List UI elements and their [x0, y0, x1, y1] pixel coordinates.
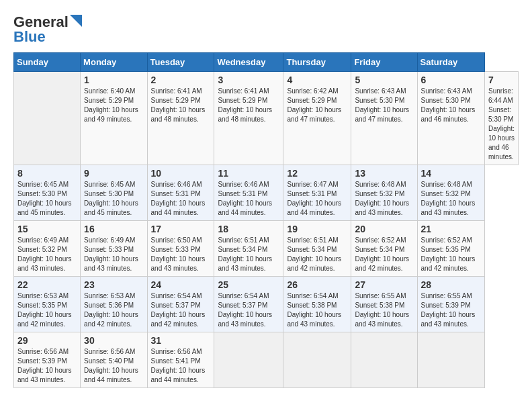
empty-cell — [214, 332, 283, 388]
day-cell-7: 7Sunrise: 6:44 AMSunset: 5:30 PMDaylight… — [485, 72, 519, 165]
week-row-0: 1Sunrise: 6:40 AMSunset: 5:29 PMDaylight… — [14, 72, 519, 165]
day-info: Sunrise: 6:48 AMSunset: 5:32 PMDaylight:… — [355, 180, 413, 218]
day-cell-11: 11Sunrise: 6:46 AMSunset: 5:31 PMDayligh… — [214, 165, 283, 221]
day-info: Sunrise: 6:51 AMSunset: 5:34 PMDaylight:… — [218, 236, 279, 273]
day-cell-31: 31Sunrise: 6:56 AMSunset: 5:41 PMDayligh… — [147, 332, 214, 388]
day-cell-4: 4Sunrise: 6:42 AMSunset: 5:29 PMDaylight… — [283, 72, 351, 165]
empty-cell — [283, 332, 351, 388]
day-cell-27: 27Sunrise: 6:55 AMSunset: 5:38 PMDayligh… — [351, 277, 417, 332]
day-info: Sunrise: 6:52 AMSunset: 5:34 PMDaylight:… — [355, 236, 413, 273]
day-info: Sunrise: 6:49 AMSunset: 5:33 PMDaylight:… — [84, 236, 143, 273]
day-number: 24 — [151, 279, 211, 290]
day-number: 25 — [218, 279, 279, 290]
day-info: Sunrise: 6:49 AMSunset: 5:32 PMDaylight:… — [17, 236, 77, 273]
day-info: Sunrise: 6:53 AMSunset: 5:35 PMDaylight:… — [17, 291, 77, 329]
day-info: Sunrise: 6:52 AMSunset: 5:35 PMDaylight:… — [421, 236, 481, 273]
day-info: Sunrise: 6:45 AMSunset: 5:30 PMDaylight:… — [17, 180, 77, 218]
day-number: 22 — [17, 279, 77, 290]
day-number: 9 — [84, 168, 143, 179]
day-cell-30: 30Sunrise: 6:56 AMSunset: 5:40 PMDayligh… — [81, 332, 147, 388]
week-row-2: 15Sunrise: 6:49 AMSunset: 5:32 PMDayligh… — [14, 221, 519, 277]
day-number: 2 — [151, 75, 211, 85]
day-cell-1: 1Sunrise: 6:40 AMSunset: 5:29 PMDaylight… — [81, 72, 147, 165]
day-info: Sunrise: 6:41 AMSunset: 5:29 PMDaylight:… — [151, 87, 211, 124]
day-number: 16 — [84, 224, 143, 234]
day-cell-3: 3Sunrise: 6:41 AMSunset: 5:29 PMDaylight… — [214, 72, 283, 165]
day-info: Sunrise: 6:45 AMSunset: 5:30 PMDaylight:… — [84, 180, 143, 218]
header-friday: Friday — [351, 53, 417, 72]
calendar-table: SundayMondayTuesdayWednesdayThursdayFrid… — [13, 52, 519, 388]
day-cell-29: 29Sunrise: 6:56 AMSunset: 5:39 PMDayligh… — [14, 332, 81, 388]
day-cell-22: 22Sunrise: 6:53 AMSunset: 5:35 PMDayligh… — [14, 277, 81, 332]
day-cell-13: 13Sunrise: 6:48 AMSunset: 5:32 PMDayligh… — [351, 165, 417, 221]
day-cell-16: 16Sunrise: 6:49 AMSunset: 5:33 PMDayligh… — [81, 221, 147, 277]
day-number: 28 — [421, 279, 481, 290]
day-info: Sunrise: 6:50 AMSunset: 5:33 PMDaylight:… — [151, 236, 211, 273]
header-wednesday: Wednesday — [214, 53, 283, 72]
day-number: 1 — [84, 75, 143, 85]
day-cell-15: 15Sunrise: 6:49 AMSunset: 5:32 PMDayligh… — [14, 221, 81, 277]
day-info: Sunrise: 6:46 AMSunset: 5:31 PMDaylight:… — [151, 180, 211, 218]
day-number: 7 — [488, 75, 515, 85]
day-info: Sunrise: 6:56 AMSunset: 5:39 PMDaylight:… — [17, 347, 77, 385]
logo-blue: Blue — [13, 28, 46, 46]
day-cell-12: 12Sunrise: 6:47 AMSunset: 5:31 PMDayligh… — [283, 165, 351, 221]
day-number: 13 — [355, 168, 413, 179]
day-cell-14: 14Sunrise: 6:48 AMSunset: 5:32 PMDayligh… — [417, 165, 484, 221]
week-row-1: 8Sunrise: 6:45 AMSunset: 5:30 PMDaylight… — [14, 165, 519, 221]
svg-marker-0 — [70, 15, 82, 27]
day-number: 15 — [17, 224, 77, 234]
day-info: Sunrise: 6:48 AMSunset: 5:32 PMDaylight:… — [421, 180, 481, 218]
header-thursday: Thursday — [283, 53, 351, 72]
day-cell-5: 5Sunrise: 6:43 AMSunset: 5:30 PMDaylight… — [351, 72, 417, 165]
logo: General Blue — [13, 13, 82, 46]
day-info: Sunrise: 6:54 AMSunset: 5:38 PMDaylight:… — [287, 291, 347, 329]
day-info: Sunrise: 6:42 AMSunset: 5:29 PMDaylight:… — [287, 87, 347, 124]
day-number: 26 — [287, 279, 347, 290]
day-cell-24: 24Sunrise: 6:54 AMSunset: 5:37 PMDayligh… — [147, 277, 214, 332]
day-cell-2: 2Sunrise: 6:41 AMSunset: 5:29 PMDaylight… — [147, 72, 214, 165]
day-info: Sunrise: 6:40 AMSunset: 5:29 PMDaylight:… — [84, 87, 143, 124]
day-number: 31 — [151, 335, 211, 346]
day-number: 14 — [421, 168, 481, 179]
day-info: Sunrise: 6:53 AMSunset: 5:36 PMDaylight:… — [84, 291, 143, 329]
day-info: Sunrise: 6:47 AMSunset: 5:31 PMDaylight:… — [287, 180, 347, 218]
day-number: 20 — [355, 224, 413, 234]
day-info: Sunrise: 6:43 AMSunset: 5:30 PMDaylight:… — [355, 87, 413, 124]
day-cell-18: 18Sunrise: 6:51 AMSunset: 5:34 PMDayligh… — [214, 221, 283, 277]
day-number: 19 — [287, 224, 347, 234]
day-cell-9: 9Sunrise: 6:45 AMSunset: 5:30 PMDaylight… — [81, 165, 147, 221]
day-number: 21 — [421, 224, 481, 234]
day-info: Sunrise: 6:43 AMSunset: 5:30 PMDaylight:… — [421, 87, 481, 124]
day-cell-6: 6Sunrise: 6:43 AMSunset: 5:30 PMDaylight… — [417, 72, 484, 165]
day-info: Sunrise: 6:54 AMSunset: 5:37 PMDaylight:… — [218, 291, 279, 329]
empty-cell — [351, 332, 417, 388]
header-row: SundayMondayTuesdayWednesdayThursdayFrid… — [14, 53, 519, 72]
day-number: 17 — [151, 224, 211, 234]
header-monday: Monday — [81, 53, 147, 72]
day-cell-8: 8Sunrise: 6:45 AMSunset: 5:30 PMDaylight… — [14, 165, 81, 221]
week-row-3: 22Sunrise: 6:53 AMSunset: 5:35 PMDayligh… — [14, 277, 519, 332]
day-number: 11 — [218, 168, 279, 179]
day-number: 27 — [355, 279, 413, 290]
day-cell-19: 19Sunrise: 6:51 AMSunset: 5:34 PMDayligh… — [283, 221, 351, 277]
header-saturday: Saturday — [417, 53, 484, 72]
day-number: 10 — [151, 168, 211, 179]
day-cell-20: 20Sunrise: 6:52 AMSunset: 5:34 PMDayligh… — [351, 221, 417, 277]
day-info: Sunrise: 6:44 AMSunset: 5:30 PMDaylight:… — [488, 87, 515, 162]
day-info: Sunrise: 6:51 AMSunset: 5:34 PMDaylight:… — [287, 236, 347, 273]
header-tuesday: Tuesday — [147, 53, 214, 72]
empty-cell — [417, 332, 484, 388]
day-number: 8 — [17, 168, 77, 179]
day-cell-10: 10Sunrise: 6:46 AMSunset: 5:31 PMDayligh… — [147, 165, 214, 221]
day-number: 5 — [355, 75, 413, 85]
day-cell-28: 28Sunrise: 6:55 AMSunset: 5:39 PMDayligh… — [417, 277, 484, 332]
day-cell-21: 21Sunrise: 6:52 AMSunset: 5:35 PMDayligh… — [417, 221, 484, 277]
day-number: 4 — [287, 75, 347, 85]
day-number: 30 — [84, 335, 143, 346]
day-info: Sunrise: 6:41 AMSunset: 5:29 PMDaylight:… — [218, 87, 279, 124]
week-row-4: 29Sunrise: 6:56 AMSunset: 5:39 PMDayligh… — [14, 332, 519, 388]
day-number: 12 — [287, 168, 347, 179]
day-number: 3 — [218, 75, 279, 85]
page-header: General Blue — [13, 13, 519, 46]
